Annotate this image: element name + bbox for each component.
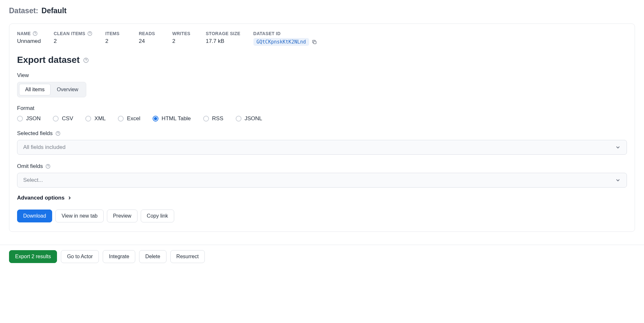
format-option-json[interactable]: JSON bbox=[17, 115, 41, 122]
view-segmented-control: All items Overview bbox=[17, 82, 86, 97]
omit-fields-placeholder: Select... bbox=[23, 177, 43, 183]
dataset-id-value: GQtCKpnskKtK2NLnd bbox=[253, 38, 309, 46]
export-actions-row: Download View in new tab Preview Copy li… bbox=[17, 210, 627, 222]
stat-writes-value: 2 bbox=[172, 38, 193, 44]
copy-link-button[interactable]: Copy link bbox=[141, 210, 174, 222]
export-results-button[interactable]: Export 2 results bbox=[9, 250, 57, 263]
stat-reads: READS 24 bbox=[139, 31, 159, 44]
selected-fields-label: Selected fields bbox=[17, 130, 53, 137]
svg-point-6 bbox=[86, 61, 86, 62]
stat-writes-label: WRITES bbox=[172, 31, 193, 36]
format-option-excel[interactable]: Excel bbox=[118, 115, 140, 122]
help-icon[interactable] bbox=[55, 131, 61, 136]
stats-row: NAME Unnamed CLEAN ITEMS 2 ITEMS bbox=[17, 31, 627, 46]
format-radio-group: JSON CSV XML Excel HTML Table bbox=[17, 115, 627, 122]
stat-items-label: ITEMS bbox=[105, 31, 126, 36]
stat-clean-items: CLEAN ITEMS 2 bbox=[54, 31, 92, 44]
svg-rect-4 bbox=[314, 41, 316, 44]
stat-storage-size: STORAGE SIZE 17.7 kB bbox=[206, 31, 241, 44]
stat-items-value: 2 bbox=[105, 38, 126, 44]
export-title-row: Export dataset bbox=[17, 55, 627, 65]
view-label: View bbox=[17, 72, 627, 79]
stat-writes: WRITES 2 bbox=[172, 31, 193, 44]
advanced-options-label: Advanced options bbox=[17, 195, 64, 201]
stat-name-label: NAME bbox=[17, 31, 31, 36]
chevron-down-icon bbox=[615, 144, 621, 150]
format-option-html-table[interactable]: HTML Table bbox=[153, 115, 191, 122]
chevron-right-icon bbox=[67, 195, 72, 201]
selected-fields-select[interactable]: All fields included bbox=[17, 140, 627, 155]
go-to-actor-button[interactable]: Go to Actor bbox=[61, 250, 99, 263]
svg-point-1 bbox=[35, 34, 35, 35]
format-label: Format bbox=[17, 105, 627, 112]
help-icon[interactable] bbox=[45, 164, 51, 169]
stat-storage-label: STORAGE SIZE bbox=[206, 31, 241, 36]
integrate-button[interactable]: Integrate bbox=[103, 250, 135, 263]
stat-reads-value: 24 bbox=[139, 38, 159, 44]
svg-point-3 bbox=[90, 34, 90, 35]
view-option-overview[interactable]: Overview bbox=[51, 84, 84, 95]
help-icon[interactable] bbox=[87, 31, 92, 36]
dataset-label: Dataset: bbox=[9, 6, 38, 15]
omit-fields-label: Omit fields bbox=[17, 163, 43, 170]
help-icon[interactable] bbox=[83, 57, 88, 63]
view-option-all-items[interactable]: All items bbox=[19, 84, 51, 95]
selected-fields-placeholder: All fields included bbox=[23, 144, 65, 151]
help-icon[interactable] bbox=[33, 31, 38, 36]
format-option-xml[interactable]: XML bbox=[85, 115, 106, 122]
stat-name: NAME Unnamed bbox=[17, 31, 41, 44]
chevron-down-icon bbox=[615, 177, 621, 183]
format-option-jsonl[interactable]: JSONL bbox=[236, 115, 262, 122]
stat-clean-items-label: CLEAN ITEMS bbox=[54, 31, 85, 36]
stat-items: ITEMS 2 bbox=[105, 31, 126, 44]
bottom-bar: Export 2 results Go to Actor Integrate D… bbox=[0, 245, 644, 268]
svg-point-8 bbox=[58, 134, 58, 135]
export-card: NAME Unnamed CLEAN ITEMS 2 ITEMS bbox=[9, 24, 635, 232]
page-header: Dataset: Default bbox=[0, 0, 644, 20]
copy-icon[interactable] bbox=[312, 39, 317, 45]
omit-fields-select[interactable]: Select... bbox=[17, 173, 627, 188]
resurrect-button[interactable]: Resurrect bbox=[170, 250, 205, 263]
download-button[interactable]: Download bbox=[17, 210, 52, 222]
stat-name-value: Unnamed bbox=[17, 38, 41, 44]
format-option-rss[interactable]: RSS bbox=[203, 115, 223, 122]
advanced-options-toggle[interactable]: Advanced options bbox=[17, 195, 627, 201]
stat-dataset-id-label: DATASET ID bbox=[253, 31, 317, 36]
stat-storage-value: 17.7 kB bbox=[206, 38, 241, 44]
svg-point-10 bbox=[48, 167, 48, 168]
export-title: Export dataset bbox=[17, 55, 80, 65]
preview-button[interactable]: Preview bbox=[107, 210, 137, 222]
stat-clean-items-value: 2 bbox=[54, 38, 92, 44]
format-option-csv[interactable]: CSV bbox=[53, 115, 73, 122]
view-in-new-tab-button[interactable]: View in new tab bbox=[55, 210, 104, 222]
stat-reads-label: READS bbox=[139, 31, 159, 36]
stat-dataset-id: DATASET ID GQtCKpnskKtK2NLnd bbox=[253, 31, 317, 46]
delete-button[interactable]: Delete bbox=[139, 250, 166, 263]
dataset-name: Default bbox=[42, 6, 67, 15]
